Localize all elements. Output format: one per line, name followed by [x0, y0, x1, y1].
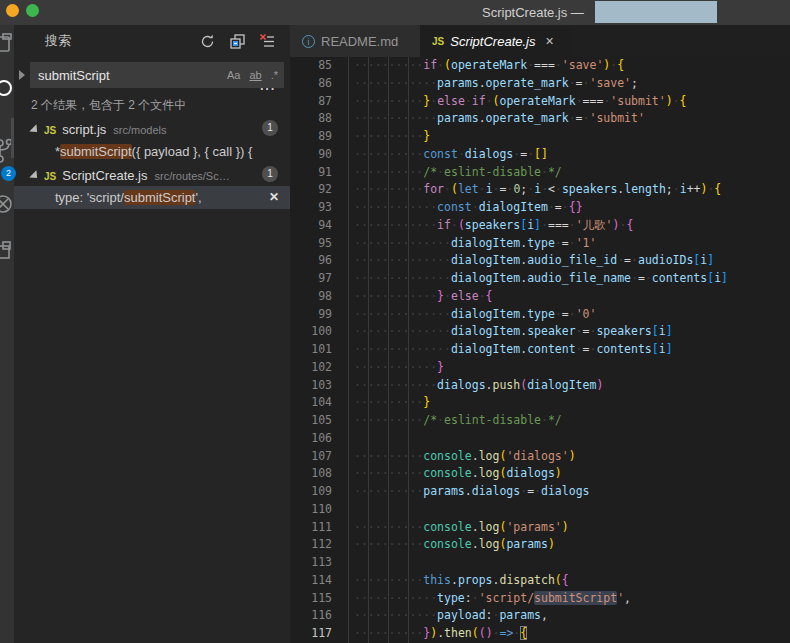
code-line[interactable]: 90··········const·dialogs·=·[] — [290, 146, 790, 164]
file-path: src/models — [113, 124, 166, 136]
code-line[interactable]: 114··········this.props.dispatch({ — [290, 572, 790, 590]
line-content — [332, 554, 354, 572]
code-line[interactable]: 85··········if·(operateMark·===·'save')·… — [290, 57, 790, 75]
line-content: ············if·(speakers[i]·===·'儿歌')·{ — [332, 217, 633, 235]
results-summary: 2 个结果，包含于 2 个文件中 — [31, 97, 186, 114]
line-number: 114 — [290, 572, 332, 590]
collapse-all-icon[interactable] — [229, 33, 246, 50]
code-line[interactable]: 97··············dialogItem.audio_file_na… — [290, 270, 790, 288]
regex-toggle[interactable]: .* — [271, 69, 278, 81]
toggle-replace-icon[interactable] — [19, 70, 25, 80]
editor-group: i README.md JS ScriptCreate.js × 85·····… — [290, 25, 790, 643]
line-content: ··············dialogItem.content·=·conte… — [332, 341, 673, 359]
search-input[interactable] — [30, 62, 205, 88]
line-number: 108 — [290, 465, 332, 483]
line-content — [332, 501, 354, 519]
files-icon[interactable] — [0, 32, 14, 58]
line-number: 94 — [290, 217, 332, 235]
minimize-traffic-light[interactable] — [6, 4, 19, 17]
file-path: src/routes/Sc… — [154, 170, 229, 182]
line-content — [332, 430, 354, 448]
code-line[interactable]: 86············params.operate_mark·=·'sav… — [290, 75, 790, 93]
code-line[interactable]: 95··············dialogItem.type·=·'1' — [290, 235, 790, 253]
code-line[interactable]: 98············}·else·{ — [290, 288, 790, 306]
dismiss-match-icon[interactable]: ✕ — [269, 186, 279, 209]
line-number: 96 — [290, 252, 332, 270]
expanded-twisty-icon[interactable] — [29, 124, 40, 135]
code-line[interactable]: 109··········params.dialogs·=·dialogs — [290, 483, 790, 501]
code-line[interactable]: 113 — [290, 554, 790, 572]
result-file-row[interactable]: JSScriptCreate.jssrc/routes/Sc…1 — [14, 163, 290, 186]
code-line[interactable]: 106 — [290, 430, 790, 448]
search-sidebar: 搜索 Aa ab .* ··· 2 个结果，包含 — [14, 25, 290, 643]
line-number: 111 — [290, 519, 332, 537]
search-icon[interactable] — [0, 78, 14, 104]
code-line[interactable]: 112··········console.log(params) — [290, 536, 790, 554]
extensions-icon[interactable] — [0, 239, 14, 265]
code-line[interactable]: 94············if·(speakers[i]·===·'儿歌')·… — [290, 217, 790, 235]
line-number: 112 — [290, 536, 332, 554]
code-line[interactable]: 111··········console.log('params') — [290, 519, 790, 537]
match-case-toggle[interactable]: Aa — [227, 69, 240, 81]
search-panel-header: 搜索 — [14, 25, 290, 57]
line-number: 117 — [290, 625, 332, 643]
line-content: ············} — [332, 359, 444, 377]
result-match-row[interactable]: type: 'script/submitScript',✕ — [14, 186, 290, 209]
match-highlight: submitScript — [124, 190, 196, 205]
code-line[interactable]: 89··········} — [290, 128, 790, 146]
code-line[interactable]: 105··········/*·eslint-disable·*/ — [290, 412, 790, 430]
line-content: ··········const·dialogs·=·[] — [332, 146, 548, 164]
line-content: ··············dialogItem.type·=·'1' — [332, 235, 596, 253]
match-count-badge: 1 — [262, 120, 278, 136]
code-line[interactable]: 110 — [290, 501, 790, 519]
line-number: 85 — [290, 57, 332, 75]
tab-label: ScriptCreate.js — [450, 34, 535, 49]
line-number: 115 — [290, 590, 332, 608]
line-number: 87 — [290, 93, 332, 111]
code-line[interactable]: 100··············dialogItem.speaker·=·sp… — [290, 323, 790, 341]
result-file-row[interactable]: JSscript.jssrc/models1 — [14, 117, 290, 140]
code-line[interactable]: 91··········/*·eslint-disable·*/ — [290, 164, 790, 182]
code-line[interactable]: 117··········}).then(()·=>·{ — [290, 625, 790, 643]
clear-search-results-icon[interactable] — [259, 33, 276, 50]
code-line[interactable]: 107··········console.log('dialogs') — [290, 448, 790, 466]
close-tab-icon[interactable]: × — [545, 34, 553, 48]
code-line[interactable]: 88············params.operate_mark·=·'sub… — [290, 110, 790, 128]
code-line[interactable]: 92··········for·(let·i·=·0;·i·<·speakers… — [290, 181, 790, 199]
line-content: ············dialogs.push(dialogItem) — [332, 377, 603, 395]
line-content: ············const·dialogItem·=·{} — [332, 199, 583, 217]
line-content: ··········/*·eslint-disable·*/ — [332, 164, 562, 182]
tab-scriptcreate[interactable]: JS ScriptCreate.js × — [420, 25, 572, 57]
code-line[interactable]: 93············const·dialogItem·=·{} — [290, 199, 790, 217]
code-line[interactable]: 116············payload:·params, — [290, 607, 790, 625]
tab-bar: i README.md JS ScriptCreate.js × — [290, 25, 790, 57]
code-line[interactable]: 103············dialogs.push(dialogItem) — [290, 377, 790, 395]
code-line[interactable]: 102············} — [290, 359, 790, 377]
line-content: ··········if·(operateMark·===·'save')·{ — [332, 57, 624, 75]
debug-icon[interactable] — [0, 193, 14, 219]
code-line[interactable]: 99··············dialogItem.type·=·'0' — [290, 306, 790, 324]
line-content: ··············dialogItem.type·=·'0' — [332, 306, 596, 324]
code-line[interactable]: 87··········}·else·if·(operateMark·===·'… — [290, 93, 790, 111]
toggle-search-details-icon[interactable]: ··· — [260, 84, 276, 94]
line-number: 91 — [290, 164, 332, 182]
code-line[interactable]: 108··········console.log(dialogs) — [290, 465, 790, 483]
zoom-traffic-light[interactable] — [26, 4, 39, 17]
code-line[interactable]: 101··············dialogItem.content·=·co… — [290, 341, 790, 359]
code-line[interactable]: 104··········} — [290, 394, 790, 412]
expanded-twisty-icon[interactable] — [29, 170, 40, 181]
code-line[interactable]: 96··············dialogItem.audio_file_id… — [290, 252, 790, 270]
line-content: ··········for·(let·i·=·0;·i·<·speakers.l… — [332, 181, 721, 199]
match-count-badge: 1 — [262, 166, 278, 182]
match-highlight: submitScript — [60, 144, 132, 159]
whole-word-toggle[interactable]: ab — [249, 69, 261, 81]
tab-readme[interactable]: i README.md — [290, 25, 420, 57]
code-editor[interactable]: 85··········if·(operateMark·===·'save')·… — [290, 57, 790, 643]
line-number: 89 — [290, 128, 332, 146]
line-content: ··········console.log('dialogs') — [332, 448, 576, 466]
line-number: 109 — [290, 483, 332, 501]
refresh-icon[interactable] — [199, 33, 216, 50]
result-match-row[interactable]: *submitScript({ payload }, { call }) { — [14, 140, 290, 163]
line-number: 104 — [290, 394, 332, 412]
code-line[interactable]: 115············type:·'script/submitScrip… — [290, 590, 790, 608]
